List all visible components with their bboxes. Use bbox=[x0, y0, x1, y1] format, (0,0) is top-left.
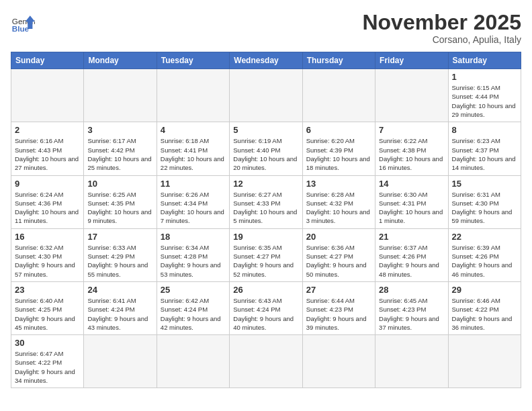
day-21: 21 Sunrise: 6:37 AMSunset: 4:26 PMDaylig… bbox=[375, 228, 448, 281]
week-row-5: 23 Sunrise: 6:40 AMSunset: 4:25 PMDaylig… bbox=[11, 281, 521, 334]
empty-cell bbox=[157, 69, 229, 122]
day-5: 5 Sunrise: 6:19 AMSunset: 4:40 PMDayligh… bbox=[230, 122, 302, 175]
header-monday: Monday bbox=[84, 52, 157, 69]
calendar-table: Sunday Monday Tuesday Wednesday Thursday… bbox=[11, 52, 521, 388]
empty-cell bbox=[157, 335, 229, 388]
header-tuesday: Tuesday bbox=[157, 52, 229, 69]
weekday-header-row: Sunday Monday Tuesday Wednesday Thursday… bbox=[11, 52, 521, 69]
empty-cell bbox=[230, 69, 302, 122]
week-row-2: 2 Sunrise: 6:16 AMSunset: 4:43 PMDayligh… bbox=[11, 122, 521, 175]
location: Corsano, Apulia, Italy bbox=[362, 34, 521, 45]
empty-cell bbox=[375, 69, 448, 122]
day-13: 13 Sunrise: 6:28 AMSunset: 4:32 PMDaylig… bbox=[302, 175, 375, 228]
day-22: 22 Sunrise: 6:39 AMSunset: 4:26 PMDaylig… bbox=[448, 228, 521, 281]
day-2: 2 Sunrise: 6:16 AMSunset: 4:43 PMDayligh… bbox=[11, 122, 84, 175]
day-28: 28 Sunrise: 6:45 AMSunset: 4:23 PMDaylig… bbox=[375, 281, 448, 334]
empty-cell bbox=[230, 335, 302, 388]
month-title: November 2025 bbox=[362, 11, 521, 34]
empty-cell bbox=[302, 69, 375, 122]
day-25: 25 Sunrise: 6:42 AMSunset: 4:24 PMDaylig… bbox=[157, 281, 229, 334]
day-19: 19 Sunrise: 6:35 AMSunset: 4:27 PMDaylig… bbox=[230, 228, 302, 281]
week-row-3: 9 Sunrise: 6:24 AMSunset: 4:36 PMDayligh… bbox=[11, 175, 521, 228]
logo-icon: General Blue bbox=[11, 11, 35, 35]
day-6: 6 Sunrise: 6:20 AMSunset: 4:39 PMDayligh… bbox=[302, 122, 375, 175]
day-1: 1 Sunrise: 6:15 AMSunset: 4:44 PMDayligh… bbox=[448, 69, 521, 122]
day-30: 30 Sunrise: 6:47 AMSunset: 4:22 PMDaylig… bbox=[11, 335, 84, 388]
day-3: 3 Sunrise: 6:17 AMSunset: 4:42 PMDayligh… bbox=[84, 122, 157, 175]
day-8: 8 Sunrise: 6:23 AMSunset: 4:37 PMDayligh… bbox=[448, 122, 521, 175]
week-row-1: 1 Sunrise: 6:15 AMSunset: 4:44 PMDayligh… bbox=[11, 69, 521, 122]
header-sunday: Sunday bbox=[11, 52, 84, 69]
day-10: 10 Sunrise: 6:25 AMSunset: 4:35 PMDaylig… bbox=[84, 175, 157, 228]
empty-cell bbox=[84, 335, 157, 388]
day-16: 16 Sunrise: 6:32 AMSunset: 4:30 PMDaylig… bbox=[11, 228, 84, 281]
header-saturday: Saturday bbox=[448, 52, 521, 69]
day-15: 15 Sunrise: 6:31 AMSunset: 4:30 PMDaylig… bbox=[448, 175, 521, 228]
header-friday: Friday bbox=[375, 52, 448, 69]
day-7: 7 Sunrise: 6:22 AMSunset: 4:38 PMDayligh… bbox=[375, 122, 448, 175]
page-header: General Blue November 2025 Corsano, Apul… bbox=[11, 11, 521, 45]
logo: General Blue bbox=[11, 11, 35, 35]
day-4: 4 Sunrise: 6:18 AMSunset: 4:41 PMDayligh… bbox=[157, 122, 229, 175]
week-row-6: 30 Sunrise: 6:47 AMSunset: 4:22 PMDaylig… bbox=[11, 335, 521, 388]
header-wednesday: Wednesday bbox=[230, 52, 302, 69]
day-23: 23 Sunrise: 6:40 AMSunset: 4:25 PMDaylig… bbox=[11, 281, 84, 334]
day-26: 26 Sunrise: 6:43 AMSunset: 4:24 PMDaylig… bbox=[230, 281, 302, 334]
svg-text:Blue: Blue bbox=[12, 24, 30, 33]
empty-cell bbox=[302, 335, 375, 388]
week-row-4: 16 Sunrise: 6:32 AMSunset: 4:30 PMDaylig… bbox=[11, 228, 521, 281]
day-17: 17 Sunrise: 6:33 AMSunset: 4:29 PMDaylig… bbox=[84, 228, 157, 281]
day-29: 29 Sunrise: 6:46 AMSunset: 4:22 PMDaylig… bbox=[448, 281, 521, 334]
header-thursday: Thursday bbox=[302, 52, 375, 69]
day-14: 14 Sunrise: 6:30 AMSunset: 4:31 PMDaylig… bbox=[375, 175, 448, 228]
day-12: 12 Sunrise: 6:27 AMSunset: 4:33 PMDaylig… bbox=[230, 175, 302, 228]
title-block: November 2025 Corsano, Apulia, Italy bbox=[362, 11, 521, 45]
empty-cell bbox=[84, 69, 157, 122]
day-18: 18 Sunrise: 6:34 AMSunset: 4:28 PMDaylig… bbox=[157, 228, 229, 281]
empty-cell bbox=[448, 335, 521, 388]
empty-cell bbox=[375, 335, 448, 388]
day-11: 11 Sunrise: 6:26 AMSunset: 4:34 PMDaylig… bbox=[157, 175, 229, 228]
day-20: 20 Sunrise: 6:36 AMSunset: 4:27 PMDaylig… bbox=[302, 228, 375, 281]
day-27: 27 Sunrise: 6:44 AMSunset: 4:23 PMDaylig… bbox=[302, 281, 375, 334]
day-9: 9 Sunrise: 6:24 AMSunset: 4:36 PMDayligh… bbox=[11, 175, 84, 228]
day-24: 24 Sunrise: 6:41 AMSunset: 4:24 PMDaylig… bbox=[84, 281, 157, 334]
empty-cell bbox=[11, 69, 84, 122]
